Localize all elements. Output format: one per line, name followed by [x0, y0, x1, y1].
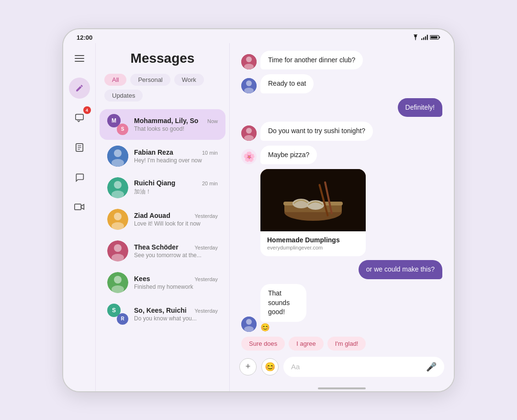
message-row: That sounds good! 😊: [241, 284, 442, 332]
status-time: 12:00: [77, 34, 92, 41]
home-indicator: [230, 385, 454, 391]
convo-preview: 加油！: [134, 188, 218, 196]
convo-header: Ziad Aouad Yesterday: [134, 212, 218, 219]
message-row: Ready to eat: [241, 74, 442, 93]
message-row: Time for another dinner club?: [241, 51, 442, 70]
convo-header: Kees Yesterday: [134, 275, 218, 283]
convo-time: 20 min: [202, 181, 218, 186]
svg-point-52: [244, 326, 254, 332]
message-bubble: or we could make this?: [359, 260, 442, 279]
avatar: [241, 317, 257, 332]
svg-rect-2: [423, 37, 424, 40]
avatar: [107, 240, 128, 261]
messages-title: Messages: [96, 51, 229, 66]
input-placeholder: Aa: [291, 363, 300, 371]
svg-rect-4: [427, 35, 428, 40]
messages-nav-icon[interactable]: 4: [69, 107, 90, 128]
avatar: 🌸: [241, 149, 257, 164]
quick-reply-sure-does[interactable]: Sure does: [241, 337, 285, 351]
convo-preview: Hey! I'm heading over now: [134, 157, 218, 164]
signal-icon: [421, 34, 428, 40]
compose-button[interactable]: [69, 78, 90, 99]
svg-point-27: [114, 244, 122, 252]
list-item[interactable]: M S Mohammad, Lily, So Now That looks so…: [100, 109, 225, 140]
sidebar: 4: [63, 43, 96, 391]
convo-name: Thea Schöder: [134, 243, 179, 251]
convo-header: So, Kees, Ruichi Yesterday: [134, 306, 218, 314]
convo-time: Yesterday: [194, 213, 218, 219]
convo-name: Ziad Aouad: [134, 212, 170, 219]
list-item[interactable]: Ziad Aouad Yesterday Love it! Will look …: [100, 204, 225, 235]
avatar: [241, 54, 257, 69]
svg-point-30: [114, 276, 122, 284]
convo-info: So, Kees, Ruichi Yesterday Do you know w…: [134, 306, 218, 322]
filter-work[interactable]: Work: [174, 74, 204, 86]
avatar: S: [117, 124, 128, 135]
status-bar: 12:00: [63, 29, 454, 43]
list-item[interactable]: Thea Schöder Yesterday See you tomorrow …: [100, 236, 225, 266]
avatar: [107, 272, 128, 293]
chat-input-bar: + 😊 Aa 🎤: [230, 352, 454, 385]
svg-point-40: [244, 135, 254, 141]
menu-icon[interactable]: [69, 48, 90, 69]
avatar-group: M S: [107, 114, 128, 135]
convo-info: Kees Yesterday Finished my homework: [134, 275, 218, 290]
convo-time: Yesterday: [194, 245, 218, 250]
notes-nav-icon[interactable]: [69, 137, 90, 158]
add-button[interactable]: +: [239, 358, 257, 375]
chat-nav-icon[interactable]: [69, 167, 90, 188]
food-card: Homemade Dumplings everydumplingever.com: [260, 169, 366, 256]
list-item[interactable]: S R So, Kees, Ruichi Yesterday Do you kn…: [100, 299, 225, 329]
svg-point-18: [114, 149, 122, 157]
quick-reply-i-agree[interactable]: I agree: [289, 337, 323, 351]
messages-panel: Messages All Personal Work Updates M S M…: [96, 43, 230, 391]
quick-reply-im-glad[interactable]: I'm glad!: [327, 337, 366, 351]
svg-point-39: [246, 128, 252, 134]
svg-point-19: [112, 159, 124, 167]
food-card-image: [260, 169, 366, 231]
svg-point-33: [246, 57, 252, 62]
filter-personal[interactable]: Personal: [130, 74, 170, 86]
filter-chips: All Personal Work Updates: [96, 74, 229, 102]
convo-header: Mohammad, Lily, So Now: [134, 117, 218, 125]
convo-preview: Do you know what you...: [134, 315, 218, 322]
convo-time: Yesterday: [194, 276, 218, 282]
svg-rect-11: [75, 114, 83, 119]
convo-preview: See you tomorrow at the...: [134, 252, 218, 259]
convo-preview: That looks so good!: [134, 125, 218, 132]
reaction: 😊: [260, 323, 331, 332]
svg-point-37: [244, 88, 254, 93]
svg-rect-49: [260, 169, 366, 231]
filter-all[interactable]: All: [104, 74, 126, 86]
emoji-button[interactable]: 😊: [261, 358, 279, 375]
message-with-reaction: That sounds good! 😊: [260, 284, 331, 332]
main-content: 4 Messages All Personal Work Updates: [63, 43, 454, 391]
convo-time: Yesterday: [194, 308, 218, 314]
avatar: [241, 125, 257, 141]
svg-rect-3: [425, 36, 426, 40]
message-row: Do you want to try sushi tonight?: [241, 122, 442, 141]
convo-name: Kees: [134, 275, 150, 283]
convo-header: Thea Schöder Yesterday: [134, 243, 218, 251]
svg-point-21: [114, 181, 122, 189]
convo-time: Now: [207, 118, 218, 124]
food-card-url: everydumplingever.com: [267, 245, 359, 250]
wifi-icon: [412, 34, 419, 40]
sent-row: or we could make this?: [241, 260, 442, 279]
video-nav-icon[interactable]: [69, 196, 90, 217]
filter-updates[interactable]: Updates: [104, 90, 143, 102]
mic-icon[interactable]: 🎤: [426, 362, 437, 372]
list-item[interactable]: Kees Yesterday Finished my homework: [100, 267, 225, 298]
avatar: [107, 209, 128, 230]
svg-point-25: [112, 222, 124, 230]
message-input-field[interactable]: Aa 🎤: [283, 357, 444, 377]
avatar-group: S R: [107, 304, 128, 325]
messages-badge: 4: [83, 106, 91, 114]
list-item[interactable]: Ruichi Qiang 20 min 加油！: [100, 172, 225, 203]
avatar: R: [117, 313, 128, 325]
convo-name: So, Kees, Ruichi: [134, 306, 187, 314]
svg-point-0: [415, 39, 416, 40]
svg-point-34: [244, 64, 254, 69]
convo-info: Ruichi Qiang 20 min 加油！: [134, 179, 218, 196]
list-item[interactable]: Fabian Reza 10 min Hey! I'm heading over…: [100, 141, 225, 171]
